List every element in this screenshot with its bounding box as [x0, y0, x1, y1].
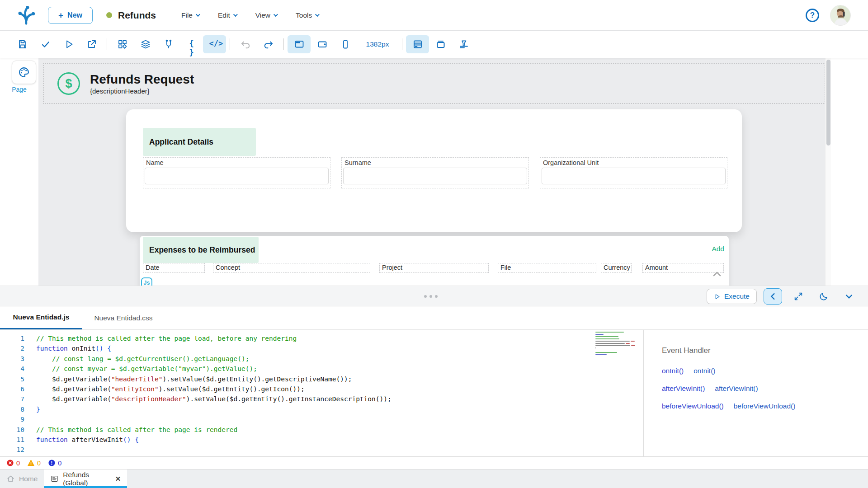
code-line[interactable]: // This method is called after the page … [36, 425, 643, 435]
editor-tab-nueva-entidad-js[interactable]: Nueva Entidad.js [0, 306, 82, 329]
infos-count[interactable]: 0 [48, 459, 61, 467]
toolbar-code-button[interactable]: </> [203, 35, 226, 53]
column-header-project[interactable]: Project [379, 263, 489, 273]
menu-file[interactable]: File [181, 11, 199, 19]
canvas-scrollbar[interactable] [825, 58, 831, 286]
menu-tools[interactable]: Tools [296, 11, 318, 19]
event-handler-afterviewinit[interactable]: afterViewInit() [715, 385, 758, 392]
warnings-count[interactable]: 0 [27, 459, 41, 467]
errors-count[interactable]: 0 [6, 459, 20, 467]
tab-label: Home [19, 475, 38, 483]
toolbar-braces-button[interactable]: { } [180, 35, 203, 53]
viewport-width-label[interactable]: 1382px [357, 40, 398, 48]
column-header-concept[interactable]: Concept [213, 263, 370, 273]
document-tab-home[interactable]: Home [0, 469, 44, 488]
toolbar-desktop-button[interactable] [288, 35, 311, 53]
code-editor[interactable]: 123456789101112 // This method is called… [0, 330, 643, 456]
editor-tab-nueva-entidad-css[interactable]: Nueva Entidad.css [82, 306, 165, 329]
toolbar-filter-button[interactable] [452, 35, 475, 53]
user-avatar[interactable] [830, 5, 851, 26]
applicant-details-section-title[interactable]: Applicant Details [143, 128, 256, 156]
column-header-date[interactable]: Date [143, 263, 205, 273]
chevron-down-icon [844, 291, 854, 301]
code-line[interactable] [36, 445, 643, 455]
code-line[interactable] [36, 414, 643, 424]
status-dot [106, 12, 112, 18]
event-link-oninit[interactable]: onInit() [662, 367, 684, 375]
expenses-card[interactable]: Expenses to be Reimbursed Add DateConcep… [140, 236, 729, 286]
collapse-panel-button[interactable] [840, 288, 858, 305]
code-text[interactable]: // This method is called after the page … [36, 330, 643, 456]
menu-edit[interactable]: Edit [218, 11, 236, 19]
event-handler-beforeviewunload[interactable]: beforeViewUnload() [734, 402, 796, 410]
menu-view[interactable]: View [255, 11, 277, 19]
expenses-section-title[interactable]: Expenses to be Reimbursed [143, 237, 259, 263]
line-number: 7 [0, 394, 24, 404]
code-line[interactable]: // This method is called after the page … [36, 333, 643, 343]
code-line[interactable]: // const myvar = $d.getVariable("myvar")… [36, 364, 643, 374]
code-line[interactable]: function onInit() { [36, 343, 643, 353]
code-line[interactable]: } [36, 404, 643, 414]
toolbar-save-button[interactable] [11, 35, 34, 53]
execute-button[interactable]: Execute [707, 289, 757, 304]
page-tool-button[interactable] [12, 61, 36, 84]
toolbar-run-button[interactable] [57, 35, 80, 53]
toolbar-phone-button[interactable] [334, 35, 357, 53]
toolbar-redo-button[interactable] [257, 35, 280, 53]
surname-input[interactable] [343, 168, 527, 184]
form-subtitle[interactable]: {descriptionHeader} [90, 87, 194, 95]
toolbar-share-button[interactable] [80, 35, 103, 53]
canvas-scrollbar-thumb[interactable] [826, 60, 830, 145]
code-line[interactable]: $d.getVariable("entityIcon").setValue($d… [36, 384, 643, 394]
column-header-currency[interactable]: Currency [601, 263, 632, 273]
code-minimap[interactable] [595, 332, 635, 370]
applicant-details-card[interactable]: Applicant Details NameSurnameOrganizatio… [126, 109, 742, 232]
toolbar-detail-window-button[interactable] [406, 35, 429, 53]
count-value: 0 [58, 460, 61, 467]
column-header-amount[interactable]: Amount [642, 263, 724, 273]
count-value: 0 [16, 460, 20, 467]
connector-icon [163, 39, 174, 50]
toolbar-components-button[interactable] [111, 35, 134, 53]
surname-field: Surname [341, 157, 529, 188]
code-line[interactable]: // const lang = $d.getCurrentUser().getL… [36, 354, 643, 364]
info-icon [48, 459, 56, 467]
line-number: 5 [0, 374, 24, 384]
event-link-afterviewinit[interactable]: afterViewInit() [662, 385, 705, 392]
event-handler-row: beforeViewUnload()beforeViewUnload() [662, 402, 868, 410]
code-line[interactable]: $d.getVariable("descriptionHeader").setV… [36, 394, 643, 404]
collapse-left-button[interactable] [764, 288, 782, 305]
dark-mode-button[interactable] [814, 288, 833, 305]
surname-label[interactable]: Surname [343, 159, 527, 168]
new-button[interactable]: + New [48, 7, 93, 24]
help-icon[interactable]: ? [806, 9, 819, 22]
toolbar-undo-button [234, 35, 257, 53]
share-icon [86, 39, 97, 50]
js-badge[interactable]: Js [141, 277, 152, 286]
add-expense-link[interactable]: Add [712, 245, 724, 253]
document-tab-refunds-global-[interactable]: Refunds (Global)✕ [44, 469, 127, 488]
close-tab-icon[interactable]: ✕ [115, 475, 121, 483]
topbar-right: ? [806, 5, 851, 26]
organizational-unit-input[interactable] [542, 168, 726, 184]
event-link-beforeviewunload[interactable]: beforeViewUnload() [662, 402, 724, 410]
expand-panel-button[interactable] [789, 288, 807, 305]
app-logo-icon[interactable] [16, 5, 36, 25]
toolbar-tablet-button[interactable] [311, 35, 334, 53]
form-title[interactable]: Refunds Request [90, 72, 194, 87]
toolbar-window-tab-button[interactable] [429, 35, 452, 53]
line-number: 12 [0, 445, 24, 455]
organizational-unit-label[interactable]: Organizational Unit [542, 159, 726, 168]
name-label[interactable]: Name [145, 159, 329, 168]
name-input[interactable] [145, 168, 329, 184]
form-header-widget[interactable]: $ Refunds Request {descriptionHeader} [43, 63, 826, 104]
splitter-drag-handle[interactable] [424, 295, 438, 298]
column-header-file[interactable]: File [498, 263, 596, 273]
line-number: 10 [0, 425, 24, 435]
toolbar-check-button[interactable] [34, 35, 57, 53]
event-handler-oninit[interactable]: onInit() [693, 367, 715, 375]
code-line[interactable]: $d.getVariable("headerTitle").setValue($… [36, 374, 643, 384]
toolbar-layers-button[interactable] [134, 35, 157, 53]
code-line[interactable]: function afterViewInit() { [36, 435, 643, 445]
toolbar-connector-button[interactable] [157, 35, 180, 53]
